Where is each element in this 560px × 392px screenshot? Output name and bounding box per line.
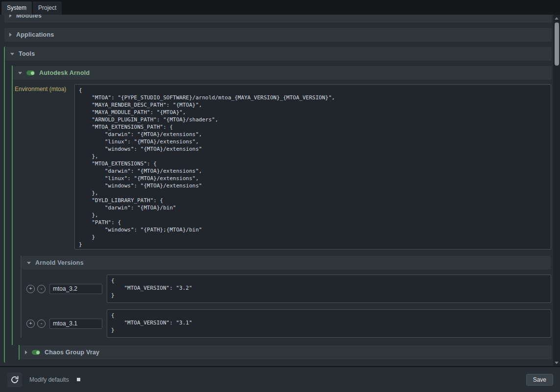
arnold-body: Environment (mtoa) Arnold Versions <box>13 80 552 345</box>
section-arnold-versions: Arnold Versions + - <box>21 255 551 338</box>
version-key-input[interactable] <box>49 284 102 294</box>
arrow-down-icon <box>555 362 559 364</box>
chevron-right-icon <box>9 15 12 18</box>
section-tools: Tools Autodesk Arnold <box>4 46 552 363</box>
settings-window: System Project Modules Applications <box>0 0 560 392</box>
section-header-chaos-group-vray[interactable]: Chaos Group Vray <box>20 345 552 360</box>
scrollbar-thumb[interactable] <box>555 23 559 66</box>
section-header-modules[interactable]: Modules <box>4 15 552 23</box>
save-button[interactable]: Save <box>526 374 553 386</box>
section-header-arnold-versions[interactable]: Arnold Versions <box>22 255 551 270</box>
refresh-icon <box>10 375 19 384</box>
settings-scroll-area: Modules Applications Tools <box>0 15 560 366</box>
chevron-down-icon <box>10 53 14 55</box>
version-json-editor[interactable] <box>107 309 551 338</box>
section-header-autodesk-arnold[interactable]: Autodesk Arnold <box>13 66 552 80</box>
section-label-tools: Tools <box>19 50 35 57</box>
section-autodesk-arnold: Autodesk Arnold Environment (mtoa) <box>12 66 552 345</box>
vertical-scrollbar <box>553 15 560 366</box>
add-version-button[interactable]: + <box>26 320 35 328</box>
arnold-versions-body: + - + - <box>22 270 551 338</box>
chevron-down-icon <box>18 72 22 74</box>
enabled-toggle[interactable] <box>32 350 40 355</box>
arrow-up-icon <box>555 17 559 20</box>
refresh-button[interactable] <box>7 372 23 388</box>
section-label-autodesk-arnold: Autodesk Arnold <box>39 69 90 76</box>
settings-content: Modules Applications Tools <box>0 15 553 366</box>
tab-system[interactable]: System <box>1 1 32 15</box>
remove-version-button[interactable]: - <box>37 320 46 328</box>
section-label-applications: Applications <box>16 31 54 38</box>
chevron-right-icon <box>25 350 27 354</box>
modify-defaults-label: Modify defaults <box>29 376 69 383</box>
scroll-up-button[interactable] <box>553 15 560 22</box>
enabled-toggle[interactable] <box>26 70 35 75</box>
section-chaos-group-vray: Chaos Group Vray <box>19 345 552 360</box>
tab-project[interactable]: Project <box>33 1 62 15</box>
chevron-down-icon <box>27 262 31 264</box>
version-row: + - <box>26 309 551 338</box>
section-label-chaos-group-vray: Chaos Group Vray <box>45 349 99 356</box>
version-json-editor[interactable] <box>107 275 551 303</box>
section-label-modules: Modules <box>16 15 42 19</box>
modify-defaults-checkbox[interactable] <box>77 378 80 381</box>
section-label-arnold-versions: Arnold Versions <box>35 259 84 266</box>
remove-version-button[interactable]: - <box>37 285 46 293</box>
footer-bar: Modify defaults Save <box>0 366 560 392</box>
chevron-right-icon <box>9 33 12 37</box>
section-header-tools[interactable]: Tools <box>5 46 552 61</box>
section-header-applications[interactable]: Applications <box>4 27 552 42</box>
scroll-down-button[interactable] <box>553 359 560 366</box>
tab-bar: System Project <box>0 0 560 15</box>
environment-json-editor[interactable] <box>74 84 551 250</box>
version-row: + - <box>26 275 551 303</box>
environment-row: Environment (mtoa) <box>14 84 551 250</box>
add-version-button[interactable]: + <box>26 285 35 293</box>
environment-label: Environment (mtoa) <box>14 84 74 92</box>
version-key-input[interactable] <box>49 319 102 329</box>
tools-body: Autodesk Arnold Environment (mtoa) <box>5 61 552 363</box>
